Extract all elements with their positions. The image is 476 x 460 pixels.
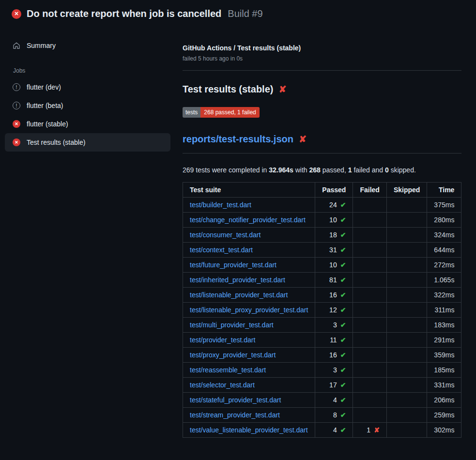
suite-cell: test/value_listenable_provider_test.dart <box>183 423 315 438</box>
summary-line: 269 tests were completed in 32.964s with… <box>183 166 461 174</box>
suite-cell: test/multi_provider_test.dart <box>183 318 315 333</box>
passed-cell: 81✔ <box>315 273 353 288</box>
check-icon: ✔ <box>340 321 346 329</box>
sidebar-item-test-results-stable[interactable]: ✕ Test results (stable) <box>5 133 170 152</box>
suite-cell: test/stream_provider_test.dart <box>183 408 315 423</box>
check-icon: ✔ <box>340 426 346 434</box>
failed-cell <box>353 273 386 288</box>
sidebar-item-flutter-dev[interactable]: ! flutter (dev) <box>5 78 170 96</box>
time-cell: 291ms <box>427 333 461 348</box>
test-suite-link[interactable]: test/change_notifier_provider_test.dart <box>190 216 306 224</box>
passed-cell: 31✔ <box>315 243 353 258</box>
check-icon: ✔ <box>340 306 346 314</box>
check-icon: ✔ <box>340 231 346 239</box>
col-time: Time <box>427 183 461 198</box>
table-row: test/listenable_provider_test.dart16✔322… <box>183 288 461 303</box>
breadcrumb: GitHub Actions / Test results (stable) <box>183 44 461 52</box>
tests-badge: tests 268 passed, 1 failed <box>183 107 260 118</box>
test-suite-link[interactable]: test/future_provider_test.dart <box>190 261 276 269</box>
col-passed: Passed <box>315 183 353 198</box>
failed-x-icon: ✘ <box>299 135 307 144</box>
test-suite-link[interactable]: test/stateful_provider_test.dart <box>190 396 281 404</box>
col-failed: Failed <box>353 183 386 198</box>
skipped-cell <box>386 213 427 228</box>
skipped-cell <box>386 348 427 363</box>
table-row: test/future_provider_test.dart10✔272ms <box>183 258 461 273</box>
check-icon: ✔ <box>340 381 346 389</box>
suite-cell: test/provider_test.dart <box>183 333 315 348</box>
failed-cell <box>353 318 386 333</box>
suite-cell: test/builder_test.dart <box>183 198 315 213</box>
skipped-cell <box>386 378 427 393</box>
time-cell: 1.065s <box>427 273 461 288</box>
test-suite-link[interactable]: test/inherited_provider_test.dart <box>190 276 285 284</box>
table-row: test/value_listenable_provider_test.dart… <box>183 423 461 438</box>
sidebar-item-label: flutter (dev) <box>27 83 61 91</box>
sidebar-item-flutter-beta[interactable]: ! flutter (beta) <box>5 96 170 115</box>
failed-cell <box>353 303 386 318</box>
sidebar-item-label: flutter (beta) <box>27 102 63 109</box>
time-cell: 322ms <box>427 288 461 303</box>
check-icon: ✔ <box>340 291 346 299</box>
time-cell: 359ms <box>427 348 461 363</box>
table-row: test/reassemble_test.dart3✔185ms <box>183 363 461 378</box>
test-suite-link[interactable]: test/context_test.dart <box>190 246 253 254</box>
check-icon: ✔ <box>340 246 346 254</box>
test-suite-link[interactable]: test/selector_test.dart <box>190 381 255 389</box>
test-suite-link[interactable]: test/multi_provider_test.dart <box>190 321 274 329</box>
passed-cell: 10✔ <box>315 258 353 273</box>
sidebar-item-label: Test results (stable) <box>27 138 85 146</box>
sidebar-item-flutter-stable[interactable]: ✕ flutter (stable) <box>5 115 170 133</box>
jobs-heading: Jobs <box>13 67 170 74</box>
failed-cell: 1✘ <box>353 423 386 438</box>
passed-cell: 11✔ <box>315 333 353 348</box>
time-cell: 259ms <box>427 408 461 423</box>
section-title: Test results (stable) <box>183 84 273 95</box>
app-header: ✕ Do not create report when job is cance… <box>0 0 476 26</box>
passed-cell: 16✔ <box>315 348 353 363</box>
failed-cell <box>353 228 386 243</box>
skipped-cell <box>386 408 427 423</box>
time-cell: 272ms <box>427 258 461 273</box>
failed-cell <box>353 363 386 378</box>
test-suite-link[interactable]: test/reassemble_test.dart <box>190 366 266 374</box>
skipped-cell <box>386 318 427 333</box>
check-icon: ✔ <box>340 336 346 344</box>
test-suite-link[interactable]: test/value_listenable_provider_test.dart <box>190 426 308 434</box>
failed-cell <box>353 243 386 258</box>
skipped-cell <box>386 423 427 438</box>
time-cell: 185ms <box>427 363 461 378</box>
time-cell: 331ms <box>427 378 461 393</box>
test-suite-link[interactable]: test/provider_test.dart <box>190 336 255 344</box>
failed-cell <box>353 408 386 423</box>
suite-cell: test/listenable_provider_test.dart <box>183 288 315 303</box>
main-content: GitHub Actions / Test results (stable) f… <box>180 26 476 438</box>
skipped-cell <box>386 393 427 408</box>
test-suite-link[interactable]: test/consumer_test.dart <box>190 231 261 239</box>
skipped-cell <box>386 228 427 243</box>
test-suite-link[interactable]: test/proxy_provider_test.dart <box>190 351 276 359</box>
check-icon: ✔ <box>340 351 346 359</box>
report-link[interactable]: reports/test-results.json <box>183 134 293 145</box>
failed-x-icon: ✘ <box>278 85 286 94</box>
failed-status-icon: ✕ <box>13 120 20 128</box>
passed-cell: 8✔ <box>315 408 353 423</box>
suite-cell: test/proxy_provider_test.dart <box>183 348 315 363</box>
suite-cell: test/change_notifier_provider_test.dart <box>183 213 315 228</box>
check-icon: ✔ <box>340 216 346 224</box>
test-suite-link[interactable]: test/builder_test.dart <box>190 201 251 209</box>
test-suite-link[interactable]: test/stream_provider_test.dart <box>190 411 280 419</box>
table-row: test/selector_test.dart17✔331ms <box>183 378 461 393</box>
table-row: test/consumer_test.dart18✔324ms <box>183 228 461 243</box>
cross-icon: ✘ <box>374 426 380 434</box>
passed-cell: 16✔ <box>315 288 353 303</box>
skipped-cell <box>386 198 427 213</box>
sidebar-item-summary[interactable]: Summary <box>5 36 170 55</box>
passed-cell: 4✔ <box>315 423 353 438</box>
test-suite-link[interactable]: test/listenable_proxy_provider_test.dart <box>190 306 308 314</box>
test-suite-link[interactable]: test/listenable_provider_test.dart <box>190 291 288 299</box>
table-row: test/multi_provider_test.dart3✔183ms <box>183 318 461 333</box>
check-icon: ✔ <box>340 201 346 209</box>
table-row: test/proxy_provider_test.dart16✔359ms <box>183 348 461 363</box>
check-icon: ✔ <box>340 366 346 374</box>
